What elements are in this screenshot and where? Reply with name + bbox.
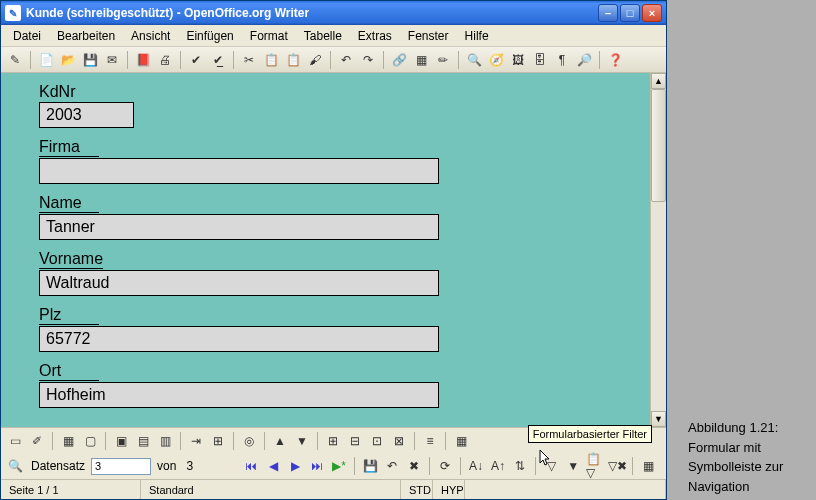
menu-einfuegen[interactable]: Einfügen — [178, 27, 241, 45]
exit-group-icon[interactable]: ⊠ — [389, 431, 409, 451]
menu-bearbeiten[interactable]: Bearbeiten — [49, 27, 123, 45]
position-icon[interactable]: ▣ — [111, 431, 131, 451]
input-kdnr[interactable]: 2003 — [39, 102, 134, 128]
open-icon[interactable]: 📂 — [58, 50, 78, 70]
document-canvas[interactable]: KdNr 2003 Firma Name Tanner Vorname Walt… — [1, 73, 650, 427]
caption-line: Abbildung 1.21: — [688, 418, 783, 438]
menu-datei[interactable]: Datei — [5, 27, 49, 45]
form-filter-icon[interactable]: 📋▽ — [585, 456, 605, 476]
datasources-icon[interactable]: 🗄 — [530, 50, 550, 70]
menu-extras[interactable]: Extras — [350, 27, 400, 45]
autofilter-icon[interactable]: ▽ — [541, 456, 561, 476]
cut-icon[interactable]: ✂ — [239, 50, 259, 70]
find-icon[interactable]: 🔍 — [464, 50, 484, 70]
tab-icon[interactable]: ⇥ — [186, 431, 206, 451]
vertical-scrollbar[interactable]: ▲ ▼ — [650, 73, 666, 427]
field-kdnr: KdNr 2003 — [39, 83, 650, 128]
zoom-icon[interactable]: 🔎 — [574, 50, 594, 70]
status-std[interactable]: STD — [401, 480, 433, 499]
export-pdf-icon[interactable]: 📕 — [133, 50, 153, 70]
control-icon[interactable]: ▦ — [58, 431, 78, 451]
input-plz[interactable]: 65772 — [39, 326, 439, 352]
save-icon[interactable]: 💾 — [80, 50, 100, 70]
design-mode-icon[interactable]: ✐ — [27, 431, 47, 451]
gallery-icon[interactable]: 🖼 — [508, 50, 528, 70]
record-number-input[interactable] — [91, 458, 151, 475]
separator — [414, 432, 415, 450]
refresh-icon[interactable]: ⟳ — [435, 456, 455, 476]
save-record-icon[interactable]: 💾 — [360, 456, 380, 476]
auto-focus-icon[interactable]: ◎ — [239, 431, 259, 451]
last-record-icon[interactable]: ⏭ — [307, 456, 327, 476]
separator — [233, 432, 234, 450]
maximize-button[interactable]: □ — [620, 4, 640, 22]
grid-icon[interactable]: ▦ — [451, 431, 471, 451]
prev-record-icon[interactable]: ◀ — [263, 456, 283, 476]
redo-icon[interactable]: ↷ — [358, 50, 378, 70]
open-design-icon[interactable]: ⊞ — [208, 431, 228, 451]
hyperlink-icon[interactable]: 🔗 — [389, 50, 409, 70]
undo-icon[interactable]: ↶ — [336, 50, 356, 70]
remove-filter-icon[interactable]: ▽✖ — [607, 456, 627, 476]
scroll-thumb[interactable] — [651, 89, 666, 202]
status-hyp[interactable]: HYP — [433, 480, 465, 499]
menu-format[interactable]: Format — [242, 27, 296, 45]
sort-icon[interactable]: ⇅ — [510, 456, 530, 476]
form-icon[interactable]: ▢ — [80, 431, 100, 451]
data-source-icon[interactable]: ▦ — [638, 456, 658, 476]
group-icon[interactable]: ⊞ — [323, 431, 343, 451]
ungroup-icon[interactable]: ⊟ — [345, 431, 365, 451]
activation-icon[interactable]: ▤ — [133, 431, 153, 451]
input-firma[interactable] — [39, 158, 439, 184]
menu-ansicht[interactable]: Ansicht — [123, 27, 178, 45]
scroll-track[interactable] — [651, 89, 666, 411]
first-record-icon[interactable]: ⏮ — [241, 456, 261, 476]
sort-asc-icon[interactable]: A↓ — [466, 456, 486, 476]
menu-fenster[interactable]: Fenster — [400, 27, 457, 45]
paintbrush-icon[interactable]: 🖌 — [305, 50, 325, 70]
find-record-icon[interactable]: 🔍 — [5, 456, 25, 476]
scroll-up-icon[interactable]: ▲ — [651, 73, 666, 89]
menu-hilfe[interactable]: Hilfe — [457, 27, 497, 45]
sort-desc-icon[interactable]: A↑ — [488, 456, 508, 476]
delete-record-icon[interactable]: ✖ — [404, 456, 424, 476]
mail-icon[interactable]: ✉ — [102, 50, 122, 70]
apply-filter-icon[interactable]: ▼ — [563, 456, 583, 476]
bring-front-icon[interactable]: ▲ — [270, 431, 290, 451]
navigator-icon[interactable]: 🧭 — [486, 50, 506, 70]
copy-icon[interactable]: 📋 — [261, 50, 281, 70]
next-record-icon[interactable]: ▶ — [285, 456, 305, 476]
separator — [445, 432, 446, 450]
status-empty — [465, 480, 666, 499]
undo-record-icon[interactable]: ↶ — [382, 456, 402, 476]
record-label: Datensatz — [27, 459, 89, 473]
print-icon[interactable]: 🖨 — [155, 50, 175, 70]
application-window: ✎ Kunde (schreibgeschützt) - OpenOffice.… — [0, 0, 667, 500]
minimize-button[interactable]: – — [598, 4, 618, 22]
menu-tabelle[interactable]: Tabelle — [296, 27, 350, 45]
input-name[interactable]: Tanner — [39, 214, 439, 240]
tooltip-formfilter: Formularbasierter Filter — [528, 425, 652, 443]
label-name: Name — [39, 194, 99, 213]
new-record-icon[interactable]: ▶* — [329, 456, 349, 476]
show-draw-icon[interactable]: ✏ — [433, 50, 453, 70]
paste-icon[interactable]: 📋 — [283, 50, 303, 70]
menu-bar: Datei Bearbeiten Ansicht Einfügen Format… — [1, 25, 666, 47]
help-icon[interactable]: ❓ — [605, 50, 625, 70]
spellcheck-icon[interactable]: ✔ — [186, 50, 206, 70]
input-vorname[interactable]: Waltraud — [39, 270, 439, 296]
close-button[interactable]: × — [642, 4, 662, 22]
table-icon[interactable]: ▦ — [411, 50, 431, 70]
edit-icon[interactable]: ✎ — [5, 50, 25, 70]
enter-group-icon[interactable]: ⊡ — [367, 431, 387, 451]
label-vorname: Vorname — [39, 250, 103, 269]
add-field-icon[interactable]: ▥ — [155, 431, 175, 451]
scroll-down-icon[interactable]: ▼ — [651, 411, 666, 427]
send-back-icon[interactable]: ▼ — [292, 431, 312, 451]
auto-spellcheck-icon[interactable]: ✔̲ — [208, 50, 228, 70]
input-ort[interactable]: Hofheim — [39, 382, 439, 408]
nonprinting-icon[interactable]: ¶ — [552, 50, 572, 70]
new-icon[interactable]: 📄 — [36, 50, 56, 70]
align-icon[interactable]: ≡ — [420, 431, 440, 451]
select-icon[interactable]: ▭ — [5, 431, 25, 451]
